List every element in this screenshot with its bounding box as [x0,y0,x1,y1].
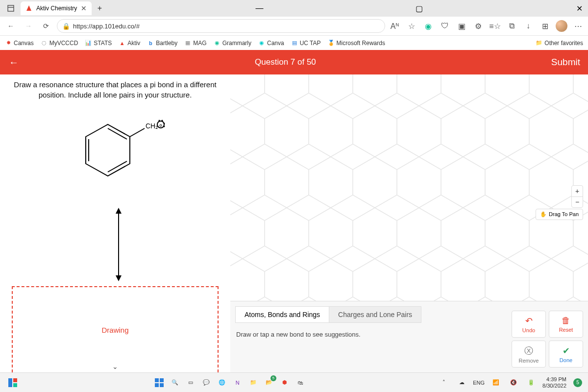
reset-button[interactable]: 🗑Reset [549,311,583,338]
browser-tab[interactable]: Aktiv Chemistry ✕ [21,1,92,15]
bookmark-msrewards[interactable]: 🏅Microsoft Rewards [328,40,385,47]
bookmark-myvcccd[interactable]: ◌MyVCCCD [41,40,78,47]
more-menu-icon[interactable]: ⋯ [572,20,584,32]
zoom-controls: + − [571,185,583,208]
nav-forward-icon: → [22,19,35,33]
search-icon[interactable]: 🔍 [169,376,181,389]
grammarly-icon: ◉ [214,40,220,47]
svg-marker-16 [116,275,122,281]
chevron-down-icon[interactable]: ⌄ [112,363,118,370]
browser-chrome: Aktiv Chemistry ✕ + — ▢ ✕ ← → ⟳ 🔒 https:… [0,0,588,50]
canva-icon: ◉ [258,40,265,47]
drawing-canvas[interactable]: + − ✋ Drag To Pan Atoms, Bonds and Rings… [230,74,588,372]
url-input[interactable]: 🔒 https://app.101edu.co/# [57,19,385,33]
undo-icon: ↶ [525,316,533,326]
shield-icon[interactable]: 🛡 [439,20,451,32]
new-tab-button[interactable]: + [94,2,105,14]
check-icon: ✔ [563,345,570,356]
drawing-dropzone[interactable]: Drawing ⌄ [12,286,219,372]
bookmark-mag[interactable]: ▦MAG [184,40,206,47]
nav-back-icon[interactable]: ← [4,19,18,33]
window-close-icon[interactable]: ✕ [573,2,585,14]
undo-button[interactable]: ↶Undo [512,311,546,338]
favorites-list-icon[interactable]: ≡☆ [489,20,501,32]
svg-rect-24 [155,383,159,387]
bookmark-canvas[interactable]: ✸Canvas [5,40,34,47]
window-maximize-icon[interactable]: ▢ [414,2,425,14]
tool-panel: Atoms, Bonds and Rings Charges and Lone … [230,301,588,372]
remove-icon: ⓧ [524,345,533,357]
tray-chevron-icon[interactable]: ˄ [438,376,450,389]
question-title: Question 7 of 50 [255,57,316,67]
edge-icon[interactable]: 🌐 [216,376,228,389]
wifi-icon[interactable]: 📶 [490,376,502,389]
drag-to-pan-button[interactable]: ✋ Drag To Pan [536,209,583,220]
question-panel: Draw a resonance structure that places a… [0,74,230,372]
tab-atoms-bonds[interactable]: Atoms, Bonds and Rings [235,306,329,323]
translate-icon[interactable]: ▣ [456,20,467,32]
volume-mute-icon[interactable]: 🔇 [507,376,520,389]
grammarly-ext-icon[interactable]: ◉ [422,20,434,32]
zoom-in-button[interactable]: + [572,186,583,196]
folder-icon: 📁 [536,40,542,47]
nav-refresh-icon[interactable]: ⟳ [39,19,53,33]
tab-manager-icon[interactable] [3,0,19,16]
bookmark-stats[interactable]: 📊STATS [85,40,112,47]
explorer2-icon[interactable]: 📂5 [263,376,275,389]
msrewards-icon: 🏅 [328,40,335,47]
zoom-out-button[interactable]: − [572,196,583,207]
svg-rect-22 [155,378,159,382]
clock[interactable]: 4:39 PM 8/30/2022 [542,376,566,388]
url-text: https://app.101edu.co/# [73,23,140,30]
onedrive-icon[interactable]: ☁ [455,376,468,389]
chat-icon[interactable]: 💬 [200,376,213,389]
bookmark-aktiv[interactable]: ▲Aktiv [119,40,140,47]
taskview-icon[interactable]: ▭ [184,376,197,389]
svg-rect-25 [160,383,164,387]
settings-gear-icon[interactable]: ⚙ [472,20,484,32]
office-icon[interactable]: ⬢ [278,376,291,389]
star-favorite-icon[interactable]: ☆ [406,20,417,32]
bookmark-bartleby[interactable]: bBartleby [147,40,177,47]
trash-icon: 🗑 [562,316,570,326]
bookmark-grammarly[interactable]: ◉Grammarly [214,40,251,47]
uctap-icon: ▤ [291,40,298,47]
fileexplorer-icon[interactable]: 📁 [247,376,260,389]
question-prompt: Draw a resonance structure that places a… [12,79,219,100]
resonance-arrow-icon [114,208,117,281]
profile-avatar[interactable] [556,20,567,32]
onenote-icon[interactable]: N [231,376,244,389]
tab-charges-lonepairs[interactable]: Charges and Lone Pairs [329,306,421,323]
lock-icon: 🔒 [62,23,70,30]
bookmark-uctap[interactable]: ▤UC TAP [291,40,321,47]
svg-marker-3 [86,124,130,176]
done-button[interactable]: ✔Done [549,341,583,368]
back-arrow-icon[interactable]: ← [8,57,20,68]
reference-structure: CH₂ [61,115,169,203]
msstore-icon[interactable]: 🛍 [294,376,307,389]
tab-close-icon[interactable]: ✕ [81,4,87,12]
language-indicator[interactable]: ENG [473,380,485,386]
other-favorites[interactable]: 📁Other favorites [536,40,583,47]
windows-taskbar: 🔍 ▭ 💬 🌐 N 📁 📂5 ⬢ 🛍 ˄ ☁ ENG 📶 🔇 🔋 4:39 PM… [0,372,588,392]
start-button[interactable] [153,376,166,389]
tab-title: Aktiv Chemistry [36,5,77,12]
notifications-icon[interactable]: 5 [571,376,584,389]
remove-button[interactable]: ⓧRemove [512,341,546,368]
extensions-icon[interactable]: ⊞ [539,20,551,32]
svg-rect-23 [160,378,164,382]
svg-marker-2 [26,5,31,11]
downloads-icon[interactable]: ↓ [522,20,534,32]
address-bar: ← → ⟳ 🔒 https://app.101edu.co/# Aᴺ ☆ ◉ 🛡… [0,17,588,35]
text-size-icon[interactable]: Aᴺ [389,20,401,32]
svg-point-13 [160,124,162,126]
submit-button[interactable]: Submit [551,57,580,68]
collections-icon[interactable]: ⧉ [506,20,517,32]
window-minimize-icon[interactable]: — [254,2,266,14]
ch2-label: CH₂ [146,122,158,130]
battery-icon[interactable]: 🔋 [525,376,538,389]
hand-icon: ✋ [540,211,547,218]
aktiv-icon: ▲ [119,40,125,47]
bookmark-canva[interactable]: ◉Canva [258,40,284,47]
widgets-button[interactable] [4,374,22,392]
